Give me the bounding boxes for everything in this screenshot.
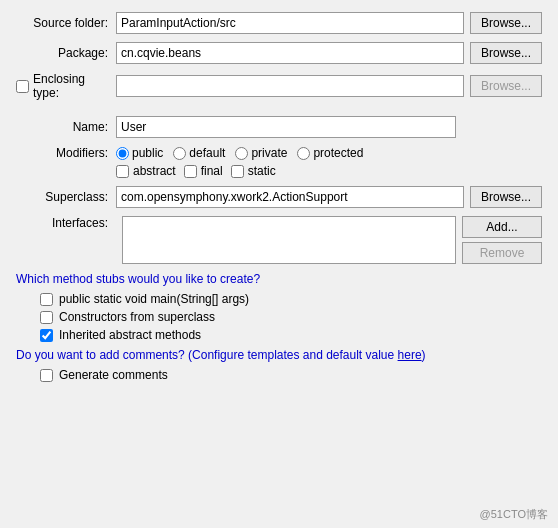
enclosing-type-checkbox-label[interactable]: Enclosing type: bbox=[16, 72, 116, 100]
modifier-abstract-label[interactable]: abstract bbox=[116, 164, 176, 178]
modifier-private-label[interactable]: private bbox=[235, 146, 287, 160]
modifier-abstract-text: abstract bbox=[133, 164, 176, 178]
modifier-default-label[interactable]: default bbox=[173, 146, 225, 160]
source-folder-input[interactable] bbox=[116, 12, 464, 34]
package-browse-button[interactable]: Browse... bbox=[470, 42, 542, 64]
name-input[interactable] bbox=[116, 116, 456, 138]
watermark: @51CTO博客 bbox=[480, 507, 548, 522]
enclosing-type-checkbox[interactable] bbox=[16, 80, 29, 93]
interfaces-remove-button[interactable]: Remove bbox=[462, 242, 542, 264]
modifier-final-label[interactable]: final bbox=[184, 164, 223, 178]
source-folder-browse-button[interactable]: Browse... bbox=[470, 12, 542, 34]
comments-title: Do you want to add comments? (Configure … bbox=[16, 348, 542, 362]
modifier-default-text: default bbox=[189, 146, 225, 160]
stubs-constructors-checkbox[interactable] bbox=[40, 311, 53, 324]
modifier-private-radio[interactable] bbox=[235, 147, 248, 160]
modifier-protected-radio[interactable] bbox=[297, 147, 310, 160]
source-folder-label: Source folder: bbox=[16, 16, 116, 30]
modifier-protected-label[interactable]: protected bbox=[297, 146, 363, 160]
stubs-constructors-label: Constructors from superclass bbox=[59, 310, 215, 324]
modifier-public-text: public bbox=[132, 146, 163, 160]
generate-comments-checkbox[interactable] bbox=[40, 369, 53, 382]
stubs-main-label: public static void main(String[] args) bbox=[59, 292, 249, 306]
comments-item: Generate comments bbox=[40, 368, 542, 382]
modifier-final-checkbox[interactable] bbox=[184, 165, 197, 178]
stubs-item-2: Inherited abstract methods bbox=[40, 328, 542, 342]
modifier-static-checkbox[interactable] bbox=[231, 165, 244, 178]
modifier-static-text: static bbox=[248, 164, 276, 178]
modifiers-label: Modifiers: bbox=[16, 146, 116, 160]
modifiers-row: public default private protected bbox=[116, 146, 363, 160]
interfaces-add-button[interactable]: Add... bbox=[462, 216, 542, 238]
enclosing-type-browse-button[interactable]: Browse... bbox=[470, 75, 542, 97]
superclass-browse-button[interactable]: Browse... bbox=[470, 186, 542, 208]
modifier-abstract-checkbox[interactable] bbox=[116, 165, 129, 178]
comments-link[interactable]: here bbox=[398, 348, 422, 362]
enclosing-type-label: Enclosing type: bbox=[33, 72, 108, 100]
package-label: Package: bbox=[16, 46, 116, 60]
superclass-input[interactable] bbox=[116, 186, 464, 208]
superclass-label: Superclass: bbox=[16, 190, 116, 204]
stubs-item-0: public static void main(String[] args) bbox=[40, 292, 542, 306]
modifier-private-text: private bbox=[251, 146, 287, 160]
stubs-main-checkbox[interactable] bbox=[40, 293, 53, 306]
stubs-inherited-label: Inherited abstract methods bbox=[59, 328, 201, 342]
stubs-inherited-checkbox[interactable] bbox=[40, 329, 53, 342]
stubs-title: Which method stubs would you like to cre… bbox=[16, 272, 542, 286]
modifier-static-label[interactable]: static bbox=[231, 164, 276, 178]
enclosing-type-input[interactable] bbox=[116, 75, 464, 97]
stubs-item-1: Constructors from superclass bbox=[40, 310, 542, 324]
modifier-public-label[interactable]: public bbox=[116, 146, 163, 160]
modifier-public-radio[interactable] bbox=[116, 147, 129, 160]
modifier-default-radio[interactable] bbox=[173, 147, 186, 160]
interfaces-textarea[interactable] bbox=[122, 216, 456, 264]
modifier-final-text: final bbox=[201, 164, 223, 178]
modifier-protected-text: protected bbox=[313, 146, 363, 160]
interfaces-label: Interfaces: bbox=[16, 216, 116, 264]
name-label: Name: bbox=[16, 120, 116, 134]
generate-comments-label: Generate comments bbox=[59, 368, 168, 382]
package-input[interactable] bbox=[116, 42, 464, 64]
